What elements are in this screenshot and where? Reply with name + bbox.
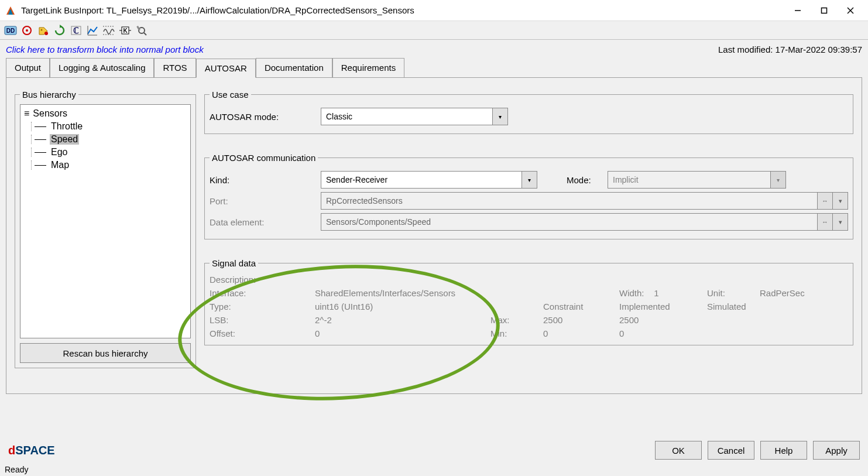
description-label: Description: [210, 275, 315, 285]
port-field: RpCorrectedSensors ↔ ▾ [321, 192, 848, 210]
lsb-value: 2^-2 [315, 315, 490, 325]
unit-value: RadPerSec [760, 288, 824, 298]
data-element-label: Data element: [210, 217, 321, 227]
svg-text:ℂ: ℂ [73, 26, 79, 35]
bus-tree[interactable]: Sensors Throttle Speed Ego Map [20, 104, 191, 338]
tab-strip: Output Logging & Autoscaling RTOS AUTOSA… [6, 58, 862, 78]
toolbar: DD ℂ K [0, 21, 868, 40]
tree-item-label: Ego [50, 147, 68, 157]
last-modified: Last modified: 17-Mar-2022 09:39:57 [718, 44, 862, 54]
close-button[interactable] [837, 2, 863, 19]
window-title: TargetLink BusInport: TL_Fuelsys_R2019b/… [21, 5, 784, 15]
bus-hierarchy-group: Bus hierarchy Sensors Throttle Speed Ego… [15, 90, 196, 368]
tab-autosar[interactable]: AUTOSAR [196, 59, 256, 78]
autosar-mode-label: AUTOSAR mode: [210, 112, 321, 122]
tree-item-label: Throttle [50, 121, 84, 132]
cancel-button[interactable]: Cancel [708, 441, 754, 460]
svg-text:K: K [123, 28, 128, 34]
chart-icon[interactable] [85, 23, 100, 37]
status-bar: Ready [0, 463, 868, 476]
tree-item-label: Speed [50, 134, 79, 145]
transform-link[interactable]: Click here to transform block into norma… [6, 44, 204, 54]
type-value: uint16 (UInt16) [315, 302, 490, 311]
bus-hierarchy-legend: Bus hierarchy [20, 90, 78, 100]
ellipsis-button[interactable]: ↔ [817, 214, 832, 230]
communication-legend: AUTOSAR communication [210, 153, 318, 163]
refresh-icon[interactable] [53, 23, 67, 37]
tab-output[interactable]: Output [6, 58, 50, 77]
tab-logging[interactable]: Logging & Autoscaling [50, 58, 154, 77]
tree-item[interactable]: Throttle [35, 120, 187, 133]
min-label: Min: [490, 328, 543, 338]
type-label: Type: [210, 302, 315, 311]
kind-label: Kind: [210, 175, 321, 185]
tab-requirements[interactable]: Requirements [332, 58, 404, 77]
communication-group: AUTOSAR communication Kind: Sender-Recei… [204, 153, 853, 239]
kind-value: Sender-Receiver [326, 175, 387, 184]
lsb-label: LSB: [210, 315, 315, 325]
tab-rtos[interactable]: RTOS [154, 58, 195, 77]
constraint-header: Constraint [543, 302, 619, 311]
tag-icon[interactable] [36, 23, 50, 37]
tree-item[interactable]: Ego [35, 146, 187, 159]
interface-value: SharedElements/Interfaces/Sensors [315, 288, 490, 298]
width-label: Width: [619, 288, 644, 298]
use-case-legend: Use case [210, 90, 251, 100]
chevron-down-icon: ▾ [492, 108, 507, 125]
tab-content-autosar: Bus hierarchy Sensors Throttle Speed Ego… [6, 78, 862, 394]
svg-point-11 [44, 32, 48, 35]
dialog-footer: dSPACE OK Cancel Help Apply [0, 437, 868, 463]
svg-text:DD: DD [6, 28, 15, 34]
titlebar: TargetLink BusInport: TL_Fuelsys_R2019b/… [0, 0, 868, 21]
status-text: Ready [5, 465, 28, 474]
tree-root[interactable]: Sensors [24, 107, 187, 120]
width-value: 1 [654, 288, 658, 298]
comm-mode-select: Implicit ▾ [608, 171, 786, 189]
autosar-mode-select[interactable]: Classic ▾ [321, 108, 508, 125]
svg-point-23 [139, 28, 145, 33]
rescan-button[interactable]: Rescan bus hierarchy [20, 343, 191, 363]
tab-documentation[interactable]: Documentation [256, 58, 332, 77]
min-implemented: 0 [619, 328, 707, 338]
tree-item[interactable]: Speed [35, 133, 187, 146]
kind-select[interactable]: Sender-Receiver ▾ [321, 171, 537, 189]
chevron-down-icon: ▾ [522, 172, 537, 188]
simulated-header: Simulated [707, 302, 760, 311]
dropdown-button[interactable]: ▾ [832, 193, 848, 209]
unit-label: Unit: [707, 288, 760, 298]
ellipsis-button[interactable]: ↔ [817, 193, 832, 209]
use-case-group: Use case AUTOSAR mode: Classic ▾ [204, 90, 853, 134]
target-icon[interactable] [20, 23, 34, 37]
max-implemented: 2500 [619, 315, 707, 325]
dd-icon[interactable]: DD [4, 23, 18, 37]
k-box-icon[interactable]: K [118, 23, 132, 37]
tree-item[interactable]: Map [35, 159, 187, 172]
svg-point-9 [26, 29, 28, 32]
port-value: RpCorrectedSensors [326, 196, 403, 206]
offset-value: 0 [315, 328, 490, 338]
tree-root-label: Sensors [33, 108, 67, 119]
minimize-button[interactable] [784, 2, 811, 19]
signal-data-legend: Signal data [210, 258, 258, 268]
port-label: Port: [210, 196, 321, 206]
data-element-value: Sensors/Components/Speed [326, 217, 431, 227]
dropdown-button[interactable]: ▾ [832, 214, 848, 230]
offset-label: Offset: [210, 328, 315, 338]
description-value [315, 275, 490, 285]
ok-button[interactable]: OK [655, 441, 702, 460]
min-constraint: 0 [543, 328, 619, 338]
maximize-button[interactable] [811, 2, 837, 19]
data-element-field: Sensors/Components/Speed ↔ ▾ [321, 213, 848, 231]
comm-mode-value: Implicit [613, 175, 639, 184]
wave-icon[interactable] [102, 23, 116, 37]
app-icon [5, 5, 16, 16]
tools-icon[interactable] [135, 23, 149, 37]
apply-button[interactable]: Apply [813, 441, 860, 460]
svg-rect-3 [821, 8, 826, 13]
autosar-mode-value: Classic [326, 112, 352, 121]
chevron-down-icon: ▾ [770, 172, 785, 188]
code-icon[interactable]: ℂ [69, 23, 83, 37]
help-button[interactable]: Help [760, 441, 807, 460]
signal-data-group: Signal data Description: Interface: Shar… [204, 258, 853, 345]
svg-point-10 [41, 29, 43, 30]
